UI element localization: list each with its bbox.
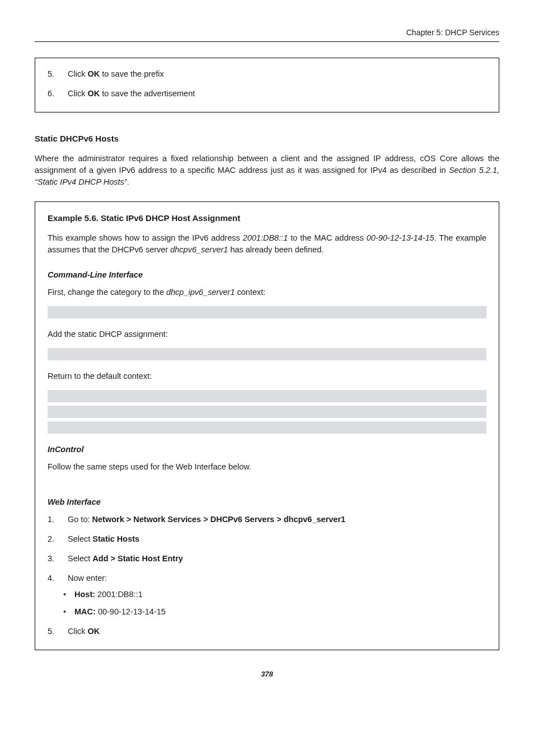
step-number: 6. — [48, 88, 58, 100]
step-text: Now enter: — [68, 572, 107, 584]
example-box: Example 5.6. Static IPv6 DHCP Host Assig… — [35, 201, 499, 650]
section-paragraph: Where the administrator requires a fixed… — [35, 153, 499, 188]
step-number: 5. — [48, 68, 58, 80]
step-number: 4. — [48, 572, 58, 584]
code-block — [48, 306, 486, 318]
step-number: 3. — [48, 553, 58, 565]
step-text: Select Add > Static Host Entry — [68, 553, 183, 565]
substep-text: Host: 2001:DB8::1 — [74, 589, 143, 600]
web-step-2: 2. Select Static Hosts — [48, 533, 486, 545]
step-number: 5. — [48, 626, 58, 637]
web-interface-heading: Web Interface — [48, 496, 486, 508]
substep-host: • Host: 2001:DB8::1 — [48, 589, 486, 600]
example-title: Example 5.6. Static IPv6 DHCP Host Assig… — [48, 212, 486, 224]
substep-mac: • MAC: 00-90-12-13-14-15 — [48, 606, 486, 618]
step-text: Go to: Network > Network Services > DHCP… — [68, 514, 345, 525]
incontrol-heading: InControl — [48, 444, 486, 456]
example-intro: This example shows how to assign the IPv… — [48, 232, 486, 256]
step-text: Click OK to save the prefix — [68, 68, 164, 80]
cli-step-1: First, change the category to the dhcp_i… — [48, 287, 486, 298]
code-block — [48, 421, 486, 434]
step-text: Click OK to save the advertisement — [68, 88, 195, 100]
section-heading: Static DHCPv6 Hosts — [35, 133, 499, 145]
bullet-icon: • — [63, 606, 67, 618]
web-step-5: 5. Click OK — [48, 626, 486, 637]
substep-text: MAC: 00-90-12-13-14-15 — [74, 606, 166, 618]
code-block — [48, 390, 486, 402]
cli-step-2: Add the static DHCP assignment: — [48, 328, 486, 340]
step-6: 6. Click OK to save the advertisement — [48, 88, 486, 100]
bullet-icon: • — [63, 589, 67, 600]
step-number: 2. — [48, 533, 58, 545]
step-5: 5. Click OK to save the prefix — [48, 68, 486, 80]
cli-heading: Command-Line Interface — [48, 269, 486, 281]
example-continuation-box: 5. Click OK to save the prefix 6. Click … — [35, 58, 499, 112]
incontrol-text: Follow the same steps used for the Web I… — [48, 461, 486, 473]
cli-step-3: Return to the default context: — [48, 370, 486, 382]
web-step-4: 4. Now enter: • Host: 2001:DB8::1 • MAC:… — [48, 572, 486, 618]
web-step-1: 1. Go to: Network > Network Services > D… — [48, 514, 486, 525]
running-header: Chapter 5: DHCP Services — [35, 27, 499, 42]
step-text: Select Static Hosts — [68, 533, 139, 545]
code-block — [48, 348, 486, 360]
step-number: 1. — [48, 514, 58, 525]
step-text: Click OK — [68, 626, 100, 637]
code-block — [48, 406, 486, 418]
web-step-3: 3. Select Add > Static Host Entry — [48, 553, 486, 565]
page-number: 378 — [35, 669, 499, 680]
